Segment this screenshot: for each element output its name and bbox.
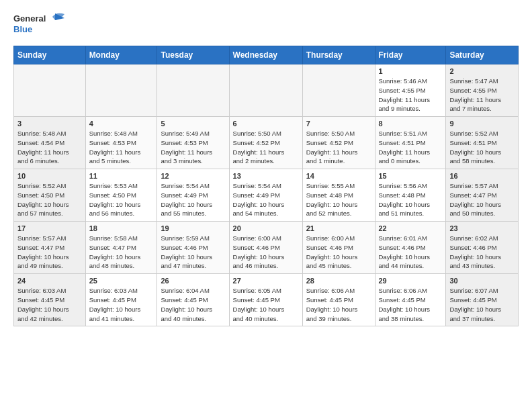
header: General Blue: [13, 11, 519, 39]
weekday-header-saturday: Saturday: [446, 46, 519, 64]
calendar-day: 19Sunrise: 5:59 AM Sunset: 4:46 PM Dayli…: [157, 222, 229, 274]
day-number: 24: [17, 277, 82, 285]
day-number: 19: [161, 224, 225, 232]
day-number: 29: [379, 277, 443, 285]
svg-text:General: General: [13, 13, 46, 24]
day-number: 5: [161, 120, 225, 128]
weekday-header-wednesday: Wednesday: [229, 46, 302, 64]
calendar-day: 3Sunrise: 5:48 AM Sunset: 4:54 PM Daylig…: [14, 117, 86, 169]
calendar-day: 14Sunrise: 5:55 AM Sunset: 4:48 PM Dayli…: [302, 169, 375, 222]
day-info: Sunrise: 6:03 AM Sunset: 4:45 PM Dayligh…: [17, 286, 82, 323]
day-info: Sunrise: 6:03 AM Sunset: 4:45 PM Dayligh…: [89, 286, 154, 323]
day-number: 11: [89, 172, 154, 180]
day-info: Sunrise: 6:01 AM Sunset: 4:46 PM Dayligh…: [379, 234, 443, 271]
calendar-day: 10Sunrise: 5:52 AM Sunset: 4:50 PM Dayli…: [14, 169, 86, 222]
day-number: 18: [89, 224, 154, 232]
day-info: Sunrise: 6:07 AM Sunset: 4:45 PM Dayligh…: [449, 286, 515, 323]
day-info: Sunrise: 5:57 AM Sunset: 4:47 PM Dayligh…: [449, 181, 515, 218]
day-info: Sunrise: 6:05 AM Sunset: 4:45 PM Dayligh…: [233, 286, 299, 323]
day-info: Sunrise: 6:04 AM Sunset: 4:45 PM Dayligh…: [161, 286, 225, 323]
day-number: 3: [17, 120, 82, 128]
day-info: Sunrise: 5:48 AM Sunset: 4:54 PM Dayligh…: [17, 129, 82, 166]
day-info: Sunrise: 5:49 AM Sunset: 4:53 PM Dayligh…: [161, 129, 225, 166]
day-number: 23: [449, 224, 515, 232]
calendar-day: 11Sunrise: 5:53 AM Sunset: 4:50 PM Dayli…: [85, 169, 157, 222]
day-number: 25: [89, 277, 154, 285]
day-info: Sunrise: 6:06 AM Sunset: 4:45 PM Dayligh…: [379, 286, 443, 323]
day-info: Sunrise: 5:56 AM Sunset: 4:48 PM Dayligh…: [379, 181, 443, 218]
day-number: 27: [233, 277, 299, 285]
day-number: 8: [379, 120, 443, 128]
weekday-header-friday: Friday: [375, 46, 446, 64]
day-info: Sunrise: 5:59 AM Sunset: 4:46 PM Dayligh…: [161, 234, 225, 271]
calendar-day: 1Sunrise: 5:46 AM Sunset: 4:55 PM Daylig…: [375, 64, 446, 117]
day-info: Sunrise: 5:55 AM Sunset: 4:48 PM Dayligh…: [306, 181, 371, 218]
calendar-day: 18Sunrise: 5:58 AM Sunset: 4:47 PM Dayli…: [85, 222, 157, 274]
calendar-day: 27Sunrise: 6:05 AM Sunset: 4:45 PM Dayli…: [229, 274, 302, 326]
calendar-day: [14, 64, 86, 117]
calendar-table: SundayMondayTuesdayWednesdayThursdayFrid…: [13, 46, 519, 326]
calendar-week-4: 17Sunrise: 5:57 AM Sunset: 4:47 PM Dayli…: [14, 222, 519, 274]
weekday-header-monday: Monday: [85, 46, 157, 64]
calendar-day: [229, 64, 302, 117]
day-number: 7: [306, 120, 371, 128]
calendar-day: 24Sunrise: 6:03 AM Sunset: 4:45 PM Dayli…: [14, 274, 86, 326]
logo-graphic: General Blue: [13, 11, 67, 39]
calendar-day: 30Sunrise: 6:07 AM Sunset: 4:45 PM Dayli…: [446, 274, 519, 326]
calendar-day: 4Sunrise: 5:48 AM Sunset: 4:53 PM Daylig…: [85, 117, 157, 169]
calendar-day: 20Sunrise: 6:00 AM Sunset: 4:46 PM Dayli…: [229, 222, 302, 274]
calendar-day: [302, 64, 375, 117]
day-number: 22: [379, 224, 443, 232]
day-info: Sunrise: 5:46 AM Sunset: 4:55 PM Dayligh…: [379, 77, 443, 113]
calendar-week-5: 24Sunrise: 6:03 AM Sunset: 4:45 PM Dayli…: [14, 274, 519, 326]
day-number: 14: [306, 172, 371, 180]
day-number: 20: [233, 224, 299, 232]
calendar-week-3: 10Sunrise: 5:52 AM Sunset: 4:50 PM Dayli…: [14, 169, 519, 222]
day-info: Sunrise: 5:54 AM Sunset: 4:49 PM Dayligh…: [161, 181, 225, 218]
calendar-week-2: 3Sunrise: 5:48 AM Sunset: 4:54 PM Daylig…: [14, 117, 519, 169]
day-number: 26: [161, 277, 225, 285]
calendar-week-1: 1Sunrise: 5:46 AM Sunset: 4:55 PM Daylig…: [14, 64, 519, 117]
day-info: Sunrise: 6:02 AM Sunset: 4:46 PM Dayligh…: [449, 234, 515, 271]
calendar-day: 5Sunrise: 5:49 AM Sunset: 4:53 PM Daylig…: [157, 117, 229, 169]
day-number: 10: [17, 172, 82, 180]
calendar-day: 16Sunrise: 5:57 AM Sunset: 4:47 PM Dayli…: [446, 169, 519, 222]
calendar-day: 9Sunrise: 5:52 AM Sunset: 4:51 PM Daylig…: [446, 117, 519, 169]
day-info: Sunrise: 5:51 AM Sunset: 4:51 PM Dayligh…: [379, 129, 443, 166]
weekday-header-sunday: Sunday: [14, 46, 86, 64]
day-number: 28: [306, 277, 371, 285]
day-info: Sunrise: 5:57 AM Sunset: 4:47 PM Dayligh…: [17, 234, 82, 271]
day-info: Sunrise: 5:52 AM Sunset: 4:51 PM Dayligh…: [449, 129, 515, 166]
calendar-day: 13Sunrise: 5:54 AM Sunset: 4:49 PM Dayli…: [229, 169, 302, 222]
day-info: Sunrise: 6:00 AM Sunset: 4:46 PM Dayligh…: [306, 234, 371, 271]
calendar-day: 26Sunrise: 6:04 AM Sunset: 4:45 PM Dayli…: [157, 274, 229, 326]
day-number: 1: [379, 67, 443, 75]
calendar-day: 7Sunrise: 5:50 AM Sunset: 4:52 PM Daylig…: [302, 117, 375, 169]
weekday-header-row: SundayMondayTuesdayWednesdayThursdayFrid…: [14, 46, 519, 64]
svg-text:Blue: Blue: [13, 24, 32, 34]
day-number: 12: [161, 172, 225, 180]
day-info: Sunrise: 6:06 AM Sunset: 4:45 PM Dayligh…: [306, 286, 371, 323]
day-number: 30: [449, 277, 515, 285]
day-info: Sunrise: 6:00 AM Sunset: 4:46 PM Dayligh…: [233, 234, 299, 271]
day-number: 6: [233, 120, 299, 128]
day-info: Sunrise: 5:48 AM Sunset: 4:53 PM Dayligh…: [89, 129, 154, 166]
calendar-day: 29Sunrise: 6:06 AM Sunset: 4:45 PM Dayli…: [375, 274, 446, 326]
calendar-day: 15Sunrise: 5:56 AM Sunset: 4:48 PM Dayli…: [375, 169, 446, 222]
page: General Blue SundayMondayTuesdayWednesda…: [0, 0, 532, 337]
day-number: 16: [449, 172, 515, 180]
calendar-day: 25Sunrise: 6:03 AM Sunset: 4:45 PM Dayli…: [85, 274, 157, 326]
day-number: 13: [233, 172, 299, 180]
calendar-day: [85, 64, 157, 117]
calendar-day: 23Sunrise: 6:02 AM Sunset: 4:46 PM Dayli…: [446, 222, 519, 274]
day-number: 2: [449, 67, 515, 75]
day-info: Sunrise: 5:47 AM Sunset: 4:55 PM Dayligh…: [449, 77, 515, 113]
day-info: Sunrise: 5:54 AM Sunset: 4:49 PM Dayligh…: [233, 181, 299, 218]
calendar-day: 6Sunrise: 5:50 AM Sunset: 4:52 PM Daylig…: [229, 117, 302, 169]
day-number: 15: [379, 172, 443, 180]
day-number: 9: [449, 120, 515, 128]
day-number: 17: [17, 224, 82, 232]
calendar-day: 28Sunrise: 6:06 AM Sunset: 4:45 PM Dayli…: [302, 274, 375, 326]
weekday-header-tuesday: Tuesday: [157, 46, 229, 64]
day-info: Sunrise: 5:52 AM Sunset: 4:50 PM Dayligh…: [17, 181, 82, 218]
